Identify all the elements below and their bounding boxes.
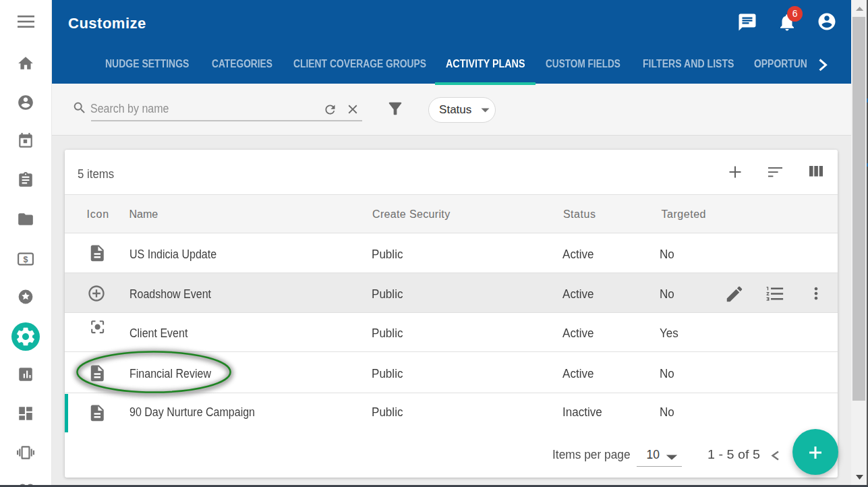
svg-text:$: $	[24, 254, 28, 264]
